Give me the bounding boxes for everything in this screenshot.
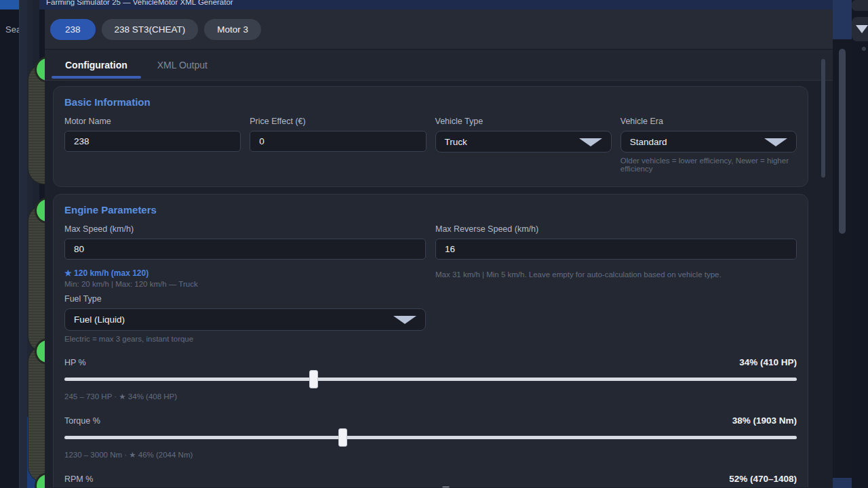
vehicle-era-label: Vehicle Era <box>620 117 797 126</box>
active-tab-underline <box>52 76 141 79</box>
view-tabs-bar: Configuration XML Output <box>45 49 833 81</box>
hp-slider-value: 34% (410 HP) <box>739 357 797 367</box>
hp-slider-label: HP % <box>64 358 86 367</box>
motor-name-input[interactable] <box>64 131 241 152</box>
motor-tab-motor-3[interactable]: Motor 3 <box>204 19 261 40</box>
backdrop-right-widget <box>852 0 868 11</box>
motor-name-field-group: Motor Name <box>64 117 241 173</box>
rpm-slider-thumb[interactable] <box>441 487 450 487</box>
backdrop-bullet-icon <box>862 47 866 51</box>
motor-tab-238-st3-cheat[interactable]: 238 ST3(CHEAT) <box>102 19 199 40</box>
hp-slider-head: HP % 34% (410 HP) <box>64 357 797 367</box>
torque-slider-label: Torque % <box>64 416 100 426</box>
motor-tab-238[interactable]: 238 <box>50 19 96 40</box>
torque-slider-block: Torque % 38% (1903 Nm) 1230 – 3000 Nm · … <box>64 415 797 460</box>
chevron-down-icon <box>393 316 416 324</box>
backdrop-blue-button <box>0 0 21 9</box>
max-speed-column: Max Speed (km/h) ★ 120 km/h (max 120) Mi… <box>64 224 426 343</box>
generator-window: 238 238 ST3(CHEAT) Motor 3 Configuration… <box>45 9 833 488</box>
max-reverse-speed-hint: Max 31 km/h | Min 5 km/h. Leave empty fo… <box>435 270 797 279</box>
hp-slider-block: HP % 34% (410 HP) 245 – 730 HP · ★ 34% (… <box>64 357 797 401</box>
price-effect-field-group: Price Effect (€) <box>250 117 426 173</box>
basic-information-grid: Motor Name Price Effect (€) Vehicle Type… <box>64 117 797 173</box>
vehicle-type-select[interactable]: Truck <box>435 131 612 152</box>
rpm-slider-head: RPM % 52% (470–1408) <box>64 474 797 484</box>
gutter-header-block <box>833 0 852 39</box>
outer-scrollbar-thumb[interactable] <box>839 49 846 234</box>
vehicle-type-field-group: Vehicle Type Truck <box>435 117 612 173</box>
chevron-down-icon <box>579 138 602 146</box>
hp-slider[interactable] <box>64 369 797 388</box>
max-speed-range-hint: Min: 20 km/h | Max: 120 km/h — Truck <box>64 280 426 288</box>
window-titlebar: Farming Simulator 25 — VehicleMotor XML … <box>39 0 850 9</box>
vehicle-era-value: Standard <box>630 137 667 147</box>
rpm-slider-block: RPM % 52% (470–1408) 550 – 2200 RPM · ★ … <box>64 474 797 487</box>
torque-slider[interactable] <box>64 428 797 447</box>
max-speed-input[interactable] <box>64 239 426 260</box>
fuel-type-label: Fuel Type <box>64 294 426 304</box>
price-effect-label: Price Effect (€) <box>250 117 426 126</box>
motor-name-label: Motor Name <box>64 117 241 126</box>
rpm-slider-value: 52% (470–1408) <box>729 474 797 484</box>
max-reverse-speed-column: Max Reverse Speed (km/h) Max 31 km/h | M… <box>435 224 797 343</box>
torque-slider-track[interactable] <box>64 436 797 439</box>
vehicle-era-field-group: Vehicle Era Standard Older vehicles = lo… <box>620 117 797 173</box>
window-title: Farming Simulator 25 — VehicleMotor XML … <box>46 0 850 6</box>
vehicle-type-label: Vehicle Type <box>435 117 612 126</box>
tab-configuration-label: Configuration <box>65 60 127 70</box>
chevron-down-icon <box>856 25 868 33</box>
backdrop-dropdown-button[interactable] <box>852 17 868 41</box>
hp-slider-track[interactable] <box>64 378 797 381</box>
torque-slider-hint: 1230 – 3000 Nm · ★ 46% (2044 Nm) <box>64 450 797 460</box>
basic-information-panel: Basic Information Motor Name Price Effec… <box>53 86 808 187</box>
torque-slider-thumb[interactable] <box>338 428 347 447</box>
tab-configuration[interactable]: Configuration <box>50 49 142 80</box>
chevron-down-icon <box>764 138 787 146</box>
fuel-type-select[interactable]: Fuel (Liquid) <box>64 308 426 331</box>
engine-parameters-panel: Engine Parameters Max Speed (km/h) ★ 120… <box>53 194 808 487</box>
torque-slider-value: 38% (1903 Nm) <box>732 415 797 426</box>
vehicle-type-value: Truck <box>445 137 467 147</box>
rpm-slider[interactable] <box>64 486 797 487</box>
fuel-type-hint: Electric = max 3 gears, instant torque <box>64 335 426 343</box>
basic-information-title: Basic Information <box>64 96 797 108</box>
speed-fields-grid: Max Speed (km/h) ★ 120 km/h (max 120) Mi… <box>64 224 797 343</box>
max-reverse-speed-input[interactable] <box>435 239 797 260</box>
motor-tabs-bar: 238 238 ST3(CHEAT) Motor 3 <box>45 9 833 49</box>
hp-slider-hint: 245 – 730 HP · ★ 34% (408 HP) <box>64 392 797 401</box>
tab-xml-output[interactable]: XML Output <box>142 49 222 80</box>
torque-slider-head: Torque % 38% (1903 Nm) <box>64 415 797 426</box>
gutter-footer-block <box>833 478 852 488</box>
engine-parameters-title: Engine Parameters <box>64 204 797 216</box>
outer-scroll-gutter <box>833 0 852 488</box>
fuel-type-value: Fuel (Liquid) <box>74 314 125 325</box>
configuration-content: Basic Information Motor Name Price Effec… <box>45 81 833 487</box>
hp-slider-thumb[interactable] <box>309 370 318 388</box>
price-effect-input[interactable] <box>250 131 426 152</box>
max-reverse-speed-label: Max Reverse Speed (km/h) <box>435 224 797 234</box>
vehicle-era-select[interactable]: Standard <box>620 131 797 152</box>
inner-scrollbar-thumb[interactable] <box>821 59 825 178</box>
rpm-slider-label: RPM % <box>64 474 93 484</box>
max-speed-label: Max Speed (km/h) <box>64 224 426 234</box>
tab-xml-output-label: XML Output <box>157 60 208 70</box>
max-speed-star-hint: ★ 120 km/h (max 120) <box>64 268 426 278</box>
vehicle-era-hint: Older vehicles = lower efficiency, Newer… <box>620 157 797 173</box>
